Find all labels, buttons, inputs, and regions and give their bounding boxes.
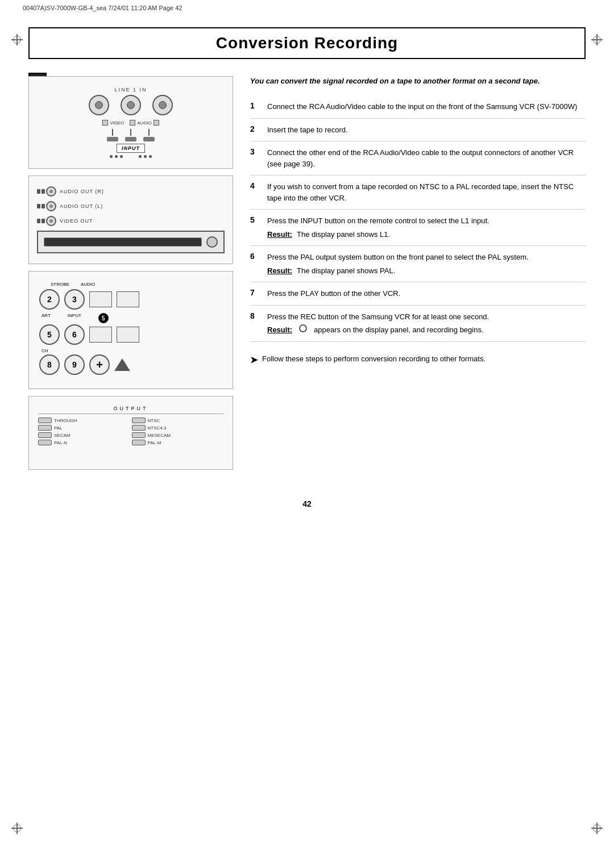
line-in-label: LINE 1 IN: [114, 87, 147, 93]
page-title: Conversion Recording: [41, 34, 573, 52]
ntsc43-row: NTSC4.3: [132, 425, 224, 431]
step-3-number: 3: [250, 147, 260, 156]
output-panel-header: OUTPUT: [38, 406, 223, 414]
rca-connectors-row: [89, 95, 173, 115]
steps-list: 1 Connect the RCA Audio/Video cable to t…: [250, 95, 586, 342]
page-number: 42: [28, 499, 586, 508]
key-rect-4: [117, 327, 139, 343]
port-labels: VIDEO AUDIO: [102, 120, 159, 126]
rca-connector-3: [152, 95, 173, 115]
paln-row: PAL-N: [38, 440, 130, 445]
rca-connector-1: [89, 95, 109, 115]
step-5-result: Result: The display panel shows L1.: [267, 229, 586, 240]
keypad-row-2: 5 6: [39, 324, 139, 345]
step-8-number: 8: [250, 311, 260, 320]
step-8: 8 Press the REC button of the Samsung VC…: [250, 306, 586, 342]
secam-row: SECAM: [38, 432, 130, 438]
key-rect-3: [89, 327, 112, 343]
output-grid: THROUGH NTSC PAL NTSC4.3: [38, 418, 223, 445]
step-4-content: If you wish to convert from a tape recor…: [267, 181, 586, 203]
vcr-tape-slot: [44, 237, 202, 247]
step-3-content: Connect the other end of the RCA Audio/V…: [267, 147, 586, 169]
dot-row: [110, 155, 152, 158]
step-6-result: Result: The display panel shows PAL.: [267, 265, 586, 277]
ntsc-row: NTSC: [132, 418, 224, 423]
tip-arrow: ➤: [250, 354, 258, 365]
cable-plug-3: [143, 129, 155, 141]
step-2-number: 2: [250, 124, 260, 133]
audio-port-label: AUDIO: [130, 120, 159, 126]
cable-plug-2: [125, 129, 136, 141]
vcr-output-diagram: AUDIO OUT (R) AUDIO OUT (L): [28, 176, 233, 264]
key-plus: +: [89, 354, 110, 375]
step-8-result: Result: appears on the display panel, an…: [267, 324, 586, 336]
key-6: 6: [64, 324, 85, 345]
reg-mark-bottom-left: [11, 823, 23, 834]
intro-text: You can convert the signal recorded on a…: [250, 76, 586, 86]
step-8-content: Press the REC button of the Samsung VCR …: [267, 311, 586, 336]
keypad-mid-labels: ART INPUT 5: [39, 313, 109, 323]
step-7-number: 7: [250, 288, 260, 297]
page-title-box: Conversion Recording: [28, 27, 586, 59]
reg-mark-bottom-right: [591, 823, 603, 834]
step-4-number: 4: [250, 181, 260, 190]
step-5: 5 Press the INPUT button on the remote c…: [250, 210, 586, 246]
tip-box: ➤ Follow these steps to perform conversi…: [250, 353, 586, 365]
step-5-content: Press the INPUT button on the remote con…: [267, 215, 586, 240]
header-meta: 00407A)SV-7000W-GB-4_sea 7/24/01 11:20 A…: [0, 0, 614, 16]
badge-5: 5: [98, 313, 109, 323]
step-3: 3 Connect the other end of the RCA Audio…: [250, 141, 586, 176]
key-8: 8: [39, 354, 60, 375]
key-3: 3: [64, 289, 85, 310]
step-1-content: Connect the RCA Audio/Video cable to the…: [267, 101, 586, 112]
video-port-label: VIDEO: [102, 120, 124, 126]
step-4: 4 If you wish to convert from a tape rec…: [250, 176, 586, 210]
mesecam-row: MESECAM: [132, 432, 224, 438]
audio-out-r-line: AUDIO OUT (R): [37, 186, 225, 197]
remote-keypad-diagram: STROBE AUDIO 2 3 ART INPUT 5: [28, 271, 233, 389]
tip-text: Follow these steps to perform conversion…: [262, 353, 486, 365]
ch-label: CH: [39, 348, 48, 353]
circle-icon: [299, 324, 307, 332]
video-out-line: VIDEO OUT: [37, 216, 225, 226]
pal-row: PAL: [38, 425, 130, 431]
vcr-input-diagram: LINE 1 IN VIDEO AUDIO: [28, 76, 233, 169]
step-7: 7 Press the PLAY button of the other VCR…: [250, 282, 586, 306]
output-panel-diagram: OUTPUT THROUGH NTSC PAL: [28, 396, 233, 470]
key-5: 5: [39, 324, 60, 345]
input-tag: INPUT: [117, 144, 145, 153]
through-row: THROUGH: [38, 418, 130, 423]
key-rect-1: [89, 291, 112, 307]
rca-connector-2: [121, 95, 141, 115]
keypad-row-3: 8 9 +: [39, 354, 130, 375]
vcr-body: [37, 231, 225, 253]
key-triangle: [114, 358, 130, 371]
audio-out-l-line: AUDIO OUT (L): [37, 201, 225, 211]
step-1: 1 Connect the RCA Audio/Video cable to t…: [250, 95, 586, 119]
step-6: 6 Press the PAL output system button on …: [250, 246, 586, 282]
step-7-content: Press the PLAY button of the other VCR.: [267, 288, 586, 299]
palm-row: PAL-M: [132, 440, 224, 445]
step-2: 2 Insert the tape to record.: [250, 119, 586, 142]
step-6-content: Press the PAL output system button on th…: [267, 252, 586, 276]
key-2: 2: [39, 289, 60, 310]
key-rect-2: [117, 291, 139, 307]
cable-connectors: [107, 129, 155, 141]
key-9: 9: [64, 354, 85, 375]
instructions-column: You can convert the signal recorded on a…: [250, 76, 586, 477]
step-6-number: 6: [250, 252, 260, 261]
step-2-content: Insert the tape to record.: [267, 124, 586, 136]
step-1-number: 1: [250, 101, 260, 110]
cable-plug-1: [107, 129, 118, 141]
keypad-row-1: 2 3: [39, 289, 139, 310]
step-5-number: 5: [250, 215, 260, 224]
keypad-top-labels: STROBE AUDIO: [39, 282, 95, 287]
diagrams-column: LINE 1 IN VIDEO AUDIO: [28, 76, 233, 477]
vcr-button: [206, 236, 218, 248]
